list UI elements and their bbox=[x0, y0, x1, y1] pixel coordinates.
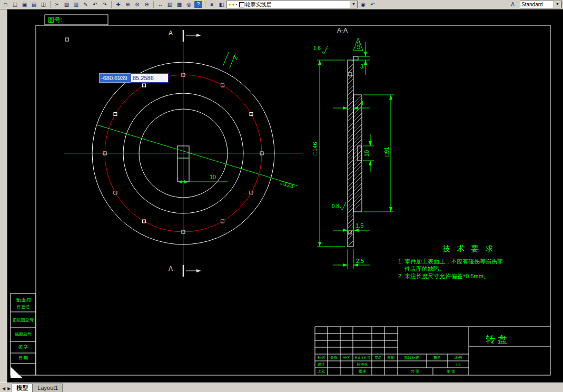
tab-nav-left-icon[interactable]: ◀ bbox=[1, 386, 6, 392]
text-style-combo[interactable]: Standard ▼ bbox=[520, 1, 562, 8]
layer-lock-icon: ▪ bbox=[236, 1, 238, 8]
tb-approve: 批准 bbox=[359, 369, 366, 374]
tab-model[interactable]: 模型 bbox=[12, 384, 33, 392]
front-view[interactable] bbox=[64, 34, 302, 272]
toolbar-separator bbox=[50, 1, 51, 8]
dim-hole-size: 2 bbox=[232, 55, 239, 61]
new-button[interactable]: □ bbox=[1, 1, 10, 8]
tech-req-line1: 1. 零件加工表面上，不应有碰伤等损伤零 bbox=[398, 258, 503, 264]
layer-states-button[interactable]: ◧ bbox=[217, 1, 226, 8]
mg-row2: 旧底图总号 bbox=[13, 318, 34, 322]
tb-sheets-total: 共 张 bbox=[411, 369, 419, 374]
paste-button[interactable]: ▥ bbox=[72, 1, 81, 8]
drawing-number-box[interactable]: 图号: bbox=[45, 15, 108, 25]
tb-scale-value: 1:1 bbox=[456, 363, 461, 367]
tb-mark: 标记 bbox=[317, 356, 325, 360]
tab-layout1[interactable]: Layout1 bbox=[33, 384, 63, 392]
tb-stage: 阶段标记 bbox=[404, 356, 419, 360]
margin-table-labels: 借(通)用 件登记 旧底图总号 底图总号 签 字 日 期 bbox=[13, 297, 34, 360]
text-style-button[interactable]: A bbox=[508, 1, 517, 8]
tb-change-doc: 更改文件号 bbox=[354, 356, 370, 359]
tech-req-title: 技 术 要 求 bbox=[442, 244, 496, 253]
section-letter-top: A bbox=[169, 30, 173, 37]
roughness-top: 1.6 bbox=[313, 45, 321, 51]
layer-freeze-icon: ● bbox=[232, 1, 235, 8]
title-block-grid bbox=[315, 327, 550, 375]
dim-bottom-thickness: 2.5 bbox=[356, 258, 364, 264]
layer-color-swatch bbox=[239, 2, 244, 7]
tb-design: 设计 bbox=[318, 362, 325, 366]
locate-point-button[interactable]: ◎ bbox=[184, 1, 193, 8]
match-properties-button[interactable]: ✎ bbox=[81, 1, 90, 8]
section-keyway bbox=[358, 146, 362, 161]
drawing-number-label: 图号: bbox=[48, 16, 62, 24]
tb-scale-label: 比例 bbox=[455, 356, 462, 360]
text-style-combo-dropdown-icon[interactable]: ▼ bbox=[554, 1, 561, 8]
area-button[interactable]: ▨ bbox=[165, 1, 174, 8]
layer-combo-dropdown-icon[interactable]: ▼ bbox=[350, 1, 358, 8]
left-toolbar-strip bbox=[0, 9, 7, 383]
tb-sheet-no: 第 张 bbox=[447, 369, 455, 374]
tech-req-line2: 件表面的缺陷。 bbox=[404, 266, 445, 272]
open-button[interactable]: ◱ bbox=[11, 1, 19, 8]
tb-date: 日期 bbox=[387, 356, 394, 360]
mg-row4: 签 字 bbox=[18, 345, 28, 349]
mg-row3: 底图总号 bbox=[15, 332, 32, 337]
toolbar-separator bbox=[205, 1, 205, 8]
toolbar-separator bbox=[153, 1, 154, 8]
mg-row1b: 件登记 bbox=[17, 305, 29, 309]
tb-weight: 重量 bbox=[433, 356, 441, 359]
dim-hub-size: □91 bbox=[383, 147, 390, 157]
list-button[interactable]: ▩ bbox=[175, 1, 184, 8]
pan-button[interactable]: ✚ bbox=[114, 1, 123, 8]
part-name: 转盘 bbox=[486, 334, 510, 345]
print-preview-button[interactable]: ◫ bbox=[39, 1, 48, 8]
dim-keyway-width: 10 bbox=[210, 174, 216, 180]
dim-bolt-circle-diameter: □123 bbox=[280, 179, 294, 189]
coord-y-input[interactable]: 85.2586 bbox=[131, 73, 169, 83]
dim-web-thickness: 4 bbox=[360, 100, 363, 106]
toolbar-separator bbox=[111, 1, 112, 8]
plot-button[interactable]: ▤ bbox=[29, 1, 38, 8]
layer-on-icon: ● bbox=[229, 1, 231, 8]
tb-count: 处数 bbox=[330, 356, 338, 360]
tab-nav-right-icon[interactable]: ▶ bbox=[6, 386, 12, 392]
section-hatch bbox=[348, 60, 362, 247]
layout-tabbar: ◀ ▶ 模型 Layout1 bbox=[0, 383, 563, 392]
roughness-side: 0.8 bbox=[332, 203, 339, 209]
save-button[interactable]: ▣ bbox=[20, 1, 29, 8]
tech-req-line3: 2. 未注长度尺寸允许偏差±0.5mm。 bbox=[398, 273, 489, 279]
make-object-layer-current-button[interactable]: ◉ bbox=[359, 1, 368, 8]
ucs-icon bbox=[11, 367, 22, 378]
undo-button[interactable]: ↶ bbox=[91, 1, 100, 8]
section-letter-bottom: A bbox=[169, 265, 173, 272]
dim-keyway-depth: 10 bbox=[363, 150, 370, 156]
tb-sign: 签名 bbox=[374, 356, 382, 360]
mg-row1a: 借(通)用 bbox=[15, 297, 31, 302]
coord-x-input[interactable]: -680.6939 bbox=[99, 73, 132, 83]
technical-requirements[interactable]: 技 术 要 求 1. 零件加工表面上，不应有碰伤等损伤零 件表面的缺陷。 2. … bbox=[398, 244, 503, 279]
layer-combo[interactable]: ● ● ▪ 轮廓实线层 ▼ bbox=[226, 1, 358, 8]
redo-button[interactable]: ↷ bbox=[100, 1, 109, 8]
grip-point[interactable] bbox=[65, 38, 68, 41]
zoom-realtime-button[interactable]: ⊕ bbox=[123, 1, 132, 8]
dim-lip: 1.5 bbox=[355, 222, 363, 229]
layer-combo-value: 轮廓实线层 bbox=[245, 1, 350, 8]
copy-button[interactable]: ▧ bbox=[62, 1, 71, 8]
cut-button[interactable]: ✂ bbox=[53, 1, 62, 8]
mg-row5: 日 期 bbox=[18, 356, 28, 360]
drawing-canvas[interactable]: 图号: □123 10 2 bbox=[0, 0, 563, 392]
tb-process: 工艺 bbox=[318, 369, 325, 373]
zoom-window-button[interactable]: ⊗ bbox=[133, 1, 142, 8]
tb-zone: 分区 bbox=[342, 356, 350, 359]
dim-step-height: 3 bbox=[360, 63, 363, 70]
roughness-flag: 12.5 bbox=[356, 41, 361, 50]
layers-button[interactable]: ≡ bbox=[208, 1, 216, 8]
help-button[interactable]: ? bbox=[194, 1, 203, 8]
layer-previous-button[interactable]: ↶ bbox=[368, 1, 377, 8]
distance-button[interactable]: ↔ bbox=[156, 1, 165, 8]
tb-standardize: 标准化 bbox=[357, 362, 368, 367]
autocad-window: 图号: □123 10 2 bbox=[0, 0, 563, 392]
top-toolbar: □ ◱ ▣ ▤ ◫ ✂ ▧ ▥ ✎ ↶ ↷ ✚ ⊕ ⊗ ⊖ ↔ ▨ ▩ ◎ ? … bbox=[0, 0, 563, 9]
zoom-previous-button[interactable]: ⊖ bbox=[142, 1, 151, 8]
